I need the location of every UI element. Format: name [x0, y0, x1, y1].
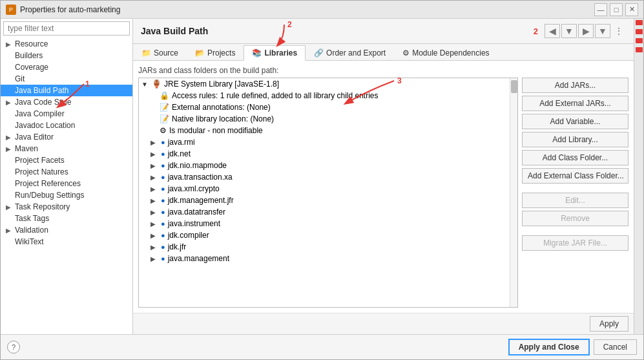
nav-dropdown-button[interactable]: ▼ — [561, 24, 577, 38]
migrate-jar-button[interactable]: Migrate JAR File... — [522, 235, 628, 251]
sidebar-item-label: Project References — [15, 179, 81, 188]
tab-module-dependencies[interactable]: ⚙ Module Dependencies — [394, 45, 497, 61]
annotation-2: 2 — [534, 26, 538, 36]
external-annotations-item[interactable]: 📝 External annotations: (None) — [139, 101, 517, 113]
scrollbar-thumb — [511, 80, 517, 93]
edit-button[interactable]: Edit... — [522, 193, 628, 208]
cancel-button[interactable]: Cancel — [594, 339, 637, 355]
add-class-folder-button[interactable]: Add Class Folder... — [522, 150, 628, 165]
sidebar-item-java-build-path[interactable]: Java Build Path — [1, 85, 132, 96]
source-tab-icon: 📁 — [141, 48, 151, 58]
is-modular-item[interactable]: ⚙ Is modular - non modifiable — [139, 125, 517, 136]
sidebar-item-builders[interactable]: Builders — [1, 50, 132, 61]
java-instrument-item[interactable]: ▶ ● java.instrument — [139, 218, 517, 229]
error-panel — [634, 19, 643, 334]
java-transaction-item[interactable]: ▶ ● java.transaction.xa — [139, 171, 517, 183]
jre-system-library-item[interactable]: ▼ 🏺 JRE System Library [JavaSE-1.8] — [139, 78, 517, 90]
sidebar-item-validation[interactable]: ▶ Validation — [1, 224, 132, 236]
module-label: java.xml.crypto — [168, 184, 220, 193]
jdk-jfr-item[interactable]: ▶ ● jdk.jfr — [139, 241, 517, 253]
sidebar-item-java-compiler[interactable]: Java Compiler — [1, 108, 132, 120]
title-bar: P Properties for auto-marketing — □ ✕ — [1, 1, 643, 19]
java-rmi-item[interactable]: ▶ ● java.rmi — [139, 136, 517, 148]
jdk-compiler-item[interactable]: ▶ ● jdk.compiler — [139, 229, 517, 241]
nav-forward-dropdown-button[interactable]: ▼ — [595, 24, 610, 38]
add-external-jars-button[interactable]: Add External JARs... — [522, 96, 628, 111]
nav-more-button[interactable]: ⋮ — [612, 26, 626, 36]
close-button[interactable]: ✕ — [625, 3, 638, 16]
sidebar-item-label: Git — [15, 74, 25, 83]
tab-libraries[interactable]: 📚 Libraries — [244, 45, 306, 61]
error-indicator — [636, 29, 643, 34]
filter-input[interactable] — [3, 21, 130, 36]
java-xml-crypto-item[interactable]: ▶ ● java.xml.crypto — [139, 183, 517, 195]
remove-button[interactable]: Remove — [522, 211, 628, 226]
error-indicator — [636, 38, 643, 43]
module-label: jdk.net — [168, 149, 191, 158]
library-tree-scroll[interactable]: ▼ 🏺 JRE System Library [JavaSE-1.8] 🔒 Ac… — [139, 78, 517, 307]
add-library-button[interactable]: Add Library... — [522, 132, 628, 147]
sidebar-item-project-references[interactable]: Project References — [1, 178, 132, 189]
library-tree-panel: ▼ 🏺 JRE System Library [JavaSE-1.8] 🔒 Ac… — [138, 78, 518, 308]
sidebar-item-label: Maven — [15, 144, 38, 153]
sidebar-item-java-editor[interactable]: ▶ Java Editor — [1, 131, 132, 143]
tab-libraries-label: Libraries — [264, 48, 297, 58]
jdk-net-item[interactable]: ▶ ● jdk.net — [139, 148, 517, 160]
module-icon: ● — [161, 196, 165, 204]
apply-button[interactable]: Apply — [590, 316, 628, 332]
add-external-class-folder-button[interactable]: Add External Class Folder... — [522, 168, 628, 184]
nav-back-button[interactable]: ◀ — [545, 24, 560, 38]
module-icon: ● — [161, 208, 165, 216]
sidebar-item-project-facets[interactable]: Project Facets — [1, 154, 132, 166]
sidebar-item-project-natures[interactable]: Project Natures — [1, 166, 132, 178]
sidebar-item-javadoc[interactable]: Javadoc Location — [1, 120, 132, 131]
main-content: ▶ Resource Builders Coverage Git — [1, 19, 643, 334]
expand-arrow: ▶ — [6, 227, 12, 234]
tab-order-export-label: Order and Export — [326, 48, 386, 58]
sidebar-item-label: Java Code Style — [15, 98, 71, 107]
access-rules-item[interactable]: 🔒 Access rules: 1 rule defined, added to… — [139, 90, 517, 101]
sidebar-item-resource[interactable]: ▶ Resource — [1, 38, 132, 50]
nav-forward-button[interactable]: ▶ — [578, 24, 594, 38]
java-management-item[interactable]: ▶ ● java.management — [139, 253, 517, 264]
button-separator — [522, 186, 628, 190]
sidebar-item-coverage[interactable]: Coverage — [1, 61, 132, 73]
sidebar-item-git[interactable]: Git — [1, 73, 132, 85]
add-jars-button[interactable]: Add JARs... — [522, 78, 628, 93]
library-root-label: JRE System Library [JavaSE-1.8] — [164, 79, 279, 89]
sidebar-item-task-tags[interactable]: Task Tags — [1, 213, 132, 224]
sidebar-item-task-repository[interactable]: ▶ Task Repository — [1, 201, 132, 213]
module-icon: ● — [161, 173, 165, 181]
expand-arrow: ▶ — [151, 209, 158, 216]
sidebar-item-run-debug[interactable]: Run/Debug Settings — [1, 189, 132, 201]
jdk-nio-item[interactable]: ▶ ● jdk.nio.mapmode — [139, 160, 517, 171]
sidebar-item-label: Builders — [15, 51, 43, 60]
collapse-arrow: ▼ — [141, 81, 149, 88]
build-path-area: ▼ 🏺 JRE System Library [JavaSE-1.8] 🔒 Ac… — [138, 78, 628, 308]
native-library-item[interactable]: 📝 Native library location: (None) — [139, 113, 517, 125]
tab-projects[interactable]: 📂 Projects — [187, 45, 244, 61]
tab-source[interactable]: 📁 Source — [133, 45, 187, 61]
sidebar-item-label: Resource — [15, 39, 48, 48]
error-indicator — [636, 20, 643, 25]
sidebar-item-wikitext[interactable]: WikiText — [1, 236, 132, 248]
maximize-button[interactable]: □ — [610, 3, 623, 16]
panel-nav: 2 ◀ ▼ ▶ ▼ ⋮ — [534, 24, 626, 38]
sidebar-item-label: WikiText — [15, 237, 44, 246]
help-button[interactable]: ? — [7, 341, 20, 354]
tree-scrollbar[interactable] — [510, 78, 517, 307]
sidebar-item-maven[interactable]: ▶ Maven — [1, 143, 132, 154]
java-datatransfer-item[interactable]: ▶ ● java.datatransfer — [139, 206, 517, 218]
jdk-mgmt-jfr-item[interactable]: ▶ ● jdk.management.jfr — [139, 195, 517, 206]
bottom-bar: ? Apply and Close Cancel — [1, 334, 643, 359]
expand-arrow: ▶ — [151, 244, 158, 251]
sidebar-item-java-code-style[interactable]: ▶ Java Code Style — [1, 96, 132, 108]
apply-and-close-button[interactable]: Apply and Close — [508, 339, 590, 355]
expand-arrow: ▶ — [6, 99, 12, 106]
tab-projects-label: Projects — [207, 48, 235, 58]
tab-order-export[interactable]: 🔗 Order and Export — [306, 45, 394, 61]
expand-arrow: ▶ — [6, 134, 12, 141]
add-variable-button[interactable]: Add Variable... — [522, 114, 628, 129]
minimize-button[interactable]: — — [594, 3, 607, 16]
apply-row: Apply — [133, 313, 634, 334]
